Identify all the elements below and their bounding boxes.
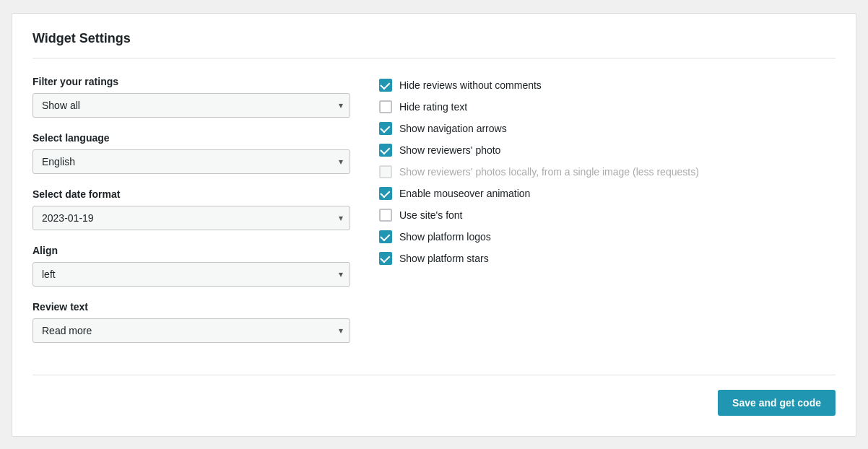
checkbox-list: Hide reviews without comments Hide ratin… [379, 79, 836, 265]
align-select-wrapper: left center right ▾ [32, 262, 350, 287]
language-group: Select language English French German Sp… [32, 132, 350, 174]
show-photos-locally-label: Show reviewers' photos locally, from a s… [399, 166, 699, 178]
filter-ratings-select-wrapper: Show all 5 stars 4 stars 3 stars 2 stars… [32, 93, 350, 118]
hide-reviews-label: Hide reviews without comments [399, 79, 542, 91]
footer-row: Save and get code [32, 375, 836, 416]
align-group: Align left center right ▾ [32, 245, 350, 287]
hide-reviews-checkbox[interactable] [379, 79, 392, 92]
show-nav-arrows-label: Show navigation arrows [399, 123, 507, 134]
show-platform-stars-label: Show platform stars [399, 253, 489, 264]
checkbox-hide-rating-text[interactable]: Hide rating text [379, 100, 836, 113]
enable-mouseover-checkbox[interactable] [379, 187, 392, 200]
save-button[interactable]: Save and get code [718, 390, 836, 416]
use-sites-font-label: Use site's font [399, 209, 463, 221]
language-label: Select language [32, 132, 350, 144]
review-text-select-wrapper: Read more Show full Hide ▾ [32, 318, 350, 343]
show-platform-logos-label: Show platform logos [399, 231, 491, 243]
checkbox-show-platform-stars[interactable]: Show platform stars [379, 252, 836, 265]
checkbox-show-nav-arrows[interactable]: Show navigation arrows [379, 122, 836, 135]
hide-rating-text-checkbox[interactable] [379, 100, 392, 113]
date-format-select[interactable]: 2023-01-19 01/19/2023 19/01/2023 January… [32, 206, 350, 230]
filter-ratings-select[interactable]: Show all 5 stars 4 stars 3 stars 2 stars… [32, 93, 350, 118]
show-platform-stars-checkbox[interactable] [379, 252, 392, 265]
checkbox-show-reviewers-photo[interactable]: Show reviewers' photo [379, 144, 836, 157]
align-select[interactable]: left center right [32, 262, 350, 287]
filter-ratings-label: Filter your ratings [32, 76, 350, 87]
show-reviewers-photo-label: Show reviewers' photo [399, 144, 500, 156]
widget-settings-panel: Widget Settings Filter your ratings Show… [12, 13, 856, 437]
checkbox-show-photos-locally: Show reviewers' photos locally, from a s… [379, 165, 836, 178]
show-reviewers-photo-checkbox[interactable] [379, 144, 392, 157]
date-format-group: Select date format 2023-01-19 01/19/2023… [32, 188, 350, 230]
review-text-group: Review text Read more Show full Hide ▾ [32, 301, 350, 343]
left-panel: Filter your ratings Show all 5 stars 4 s… [32, 76, 350, 357]
checkbox-enable-mouseover[interactable]: Enable mouseover animation [379, 187, 836, 200]
align-label: Align [32, 245, 350, 256]
filter-ratings-group: Filter your ratings Show all 5 stars 4 s… [32, 76, 350, 118]
date-format-select-wrapper: 2023-01-19 01/19/2023 19/01/2023 January… [32, 206, 350, 230]
language-select[interactable]: English French German Spanish [32, 149, 350, 174]
show-photos-locally-checkbox [379, 165, 392, 178]
review-text-label: Review text [32, 301, 350, 313]
hide-rating-text-label: Hide rating text [399, 101, 467, 113]
checkbox-show-platform-logos[interactable]: Show platform logos [379, 230, 836, 243]
checkbox-use-sites-font[interactable]: Use site's font [379, 209, 836, 222]
checkbox-hide-reviews[interactable]: Hide reviews without comments [379, 79, 836, 92]
language-select-wrapper: English French German Spanish ▾ [32, 149, 350, 174]
panel-title: Widget Settings [32, 31, 836, 58]
enable-mouseover-label: Enable mouseover animation [399, 188, 530, 199]
date-format-label: Select date format [32, 188, 350, 200]
review-text-select[interactable]: Read more Show full Hide [32, 318, 350, 343]
show-nav-arrows-checkbox[interactable] [379, 122, 392, 135]
right-panel: Hide reviews without comments Hide ratin… [379, 76, 836, 357]
show-platform-logos-checkbox[interactable] [379, 230, 392, 243]
use-sites-font-checkbox[interactable] [379, 209, 392, 222]
